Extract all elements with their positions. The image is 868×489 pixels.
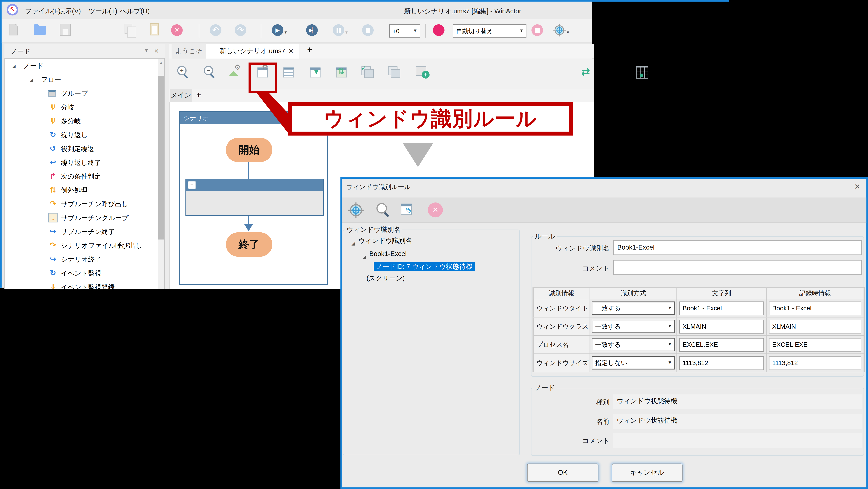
record-mode-select[interactable]: 自動切り替え▼ [453,24,526,38]
end-node[interactable]: 終了 [226,232,272,257]
minimize-icon[interactable]: − [188,181,196,189]
menu-help[interactable]: ヘルプ(H) [120,7,150,16]
stack-windows-icon[interactable] [388,65,402,79]
tree-item-scenario-file-call[interactable]: ↷シナリオファイル呼び出し [5,239,154,253]
target-capture-icon[interactable] [553,24,566,37]
palette-scrollbar[interactable]: ▲ [158,59,164,289]
arrow-down-icon: ▼ [313,67,320,76]
zoom-out-icon[interactable]: − [203,65,217,79]
expander-icon[interactable]: ◢ [351,241,355,246]
speed-select[interactable]: +0▼ [389,24,420,38]
method-select[interactable]: 一致する▼ [592,301,675,315]
add-window-icon[interactable]: + [415,65,430,79]
target-capture-icon[interactable] [348,202,364,218]
rule-name-input[interactable]: Book1-Excel [613,240,862,255]
tree-item-subroutine-call[interactable]: ↷サブルーチン呼び出し [5,197,154,211]
expander-icon[interactable]: ◢ [30,73,33,87]
dialog-close-icon[interactable]: ✕ [854,183,860,191]
target-dropdown-icon[interactable]: ▾ [567,30,569,35]
tree-item-root[interactable]: ◢ウィンドウ識別名 [351,236,412,247]
text-input[interactable]: EXCEL.EXE [679,338,764,352]
tab-scenario-document[interactable]: 新しいシナリオ.ums7 [206,44,299,59]
loop-icon: ↻ [48,130,58,139]
tab-main-sheet[interactable]: メイン [170,89,192,102]
tree-item-loop-end[interactable]: ↩繰り返し終了 [5,156,154,170]
method-select[interactable]: 一致する▼ [592,320,675,333]
panel-menu-icon[interactable]: ▼ [144,48,149,53]
text-input[interactable]: 1113,812 [679,356,764,370]
run-dropdown-icon[interactable]: ▾ [285,30,287,35]
text-input[interactable]: XLMAIN [679,320,764,334]
delete-rule-icon[interactable]: ✕ [428,202,443,217]
property-list-icon[interactable] [282,65,297,79]
tree-item-screen[interactable]: (スクリーン) [366,273,405,283]
start-node[interactable]: 開始 [226,138,272,162]
cancel-button[interactable]: キャンセル [612,464,683,482]
tree-item-subroutine-group[interactable]: ↓サブルーチングループ [5,211,154,225]
rule-comment-input[interactable] [613,260,862,275]
pause-icon[interactable] [333,24,344,36]
paste-icon[interactable] [150,23,159,35]
tree-item-book1-excel[interactable]: ◢Book1-Excel [363,249,407,260]
node-name-label: 名前 [531,417,609,426]
import-icon[interactable]: ▼ [309,65,323,79]
expander-icon[interactable]: ◢ [363,255,366,259]
edit-rule-icon[interactable]: ✎ [400,202,415,218]
export-icon[interactable]: ⇅ [335,65,349,79]
flow-group-node[interactable]: − [185,178,324,216]
undo-icon[interactable]: ↶ [210,24,221,36]
stop-icon[interactable] [362,24,374,36]
tree-item-multi-branch[interactable]: ⋔多分岐 [5,115,154,129]
save-scenario-icon[interactable] [60,24,71,36]
node-palette-panel: ノード ▼ ✕ ◢ノード ◢フロー グループ ⋔分岐 ⋔多分岐 ↻繰り返し ↺後… [4,44,165,289]
tree-item-scenario-end[interactable]: ↪シナリオ終了 [5,253,154,267]
title-bar[interactable]: ↖ ファイル(F) 表示(V) ツール(T) ヘルプ(H) 新しいシナリオ.um… [2,2,592,19]
tree-item-flow[interactable]: ◢フロー [5,73,154,87]
tree-item-loop[interactable]: ↻繰り返し [5,128,154,142]
scroll-up-icon[interactable]: ▲ [159,60,163,65]
tree-item-next-condition[interactable]: ↱次の条件判定 [5,170,154,184]
expander-icon[interactable]: ◢ [12,59,16,73]
tree-item-subroutine-end[interactable]: ↪サブルーチン終了 [5,225,154,239]
method-select[interactable]: 指定しない▼ [592,356,675,370]
swap-icon[interactable]: ⇄ [581,65,596,79]
image-settings-icon[interactable]: ⚙ [229,65,243,79]
ok-button[interactable]: OK [527,464,598,482]
search-icon[interactable] [375,202,391,218]
pointer-triangle-icon [399,143,437,168]
tree-item-node-selected[interactable]: ノードID: 7 ウィンドウ状態待機 [374,261,475,272]
stack-check-icon[interactable]: ✓ [361,65,375,79]
new-scenario-icon[interactable] [9,24,18,35]
record-stop-icon[interactable] [531,24,543,36]
text-input[interactable]: Book1 - Excel [679,301,764,315]
tab-add-icon[interactable]: + [307,45,312,54]
copy-icon[interactable] [125,24,132,34]
delete-icon[interactable]: ✕ [171,24,183,36]
scrollbar-thumb[interactable] [158,76,164,240]
menu-view[interactable]: 表示(V) [59,7,81,16]
open-scenario-icon[interactable] [34,26,46,35]
tree-item-post-judge-loop[interactable]: ↺後判定繰返 [5,142,154,156]
tree-item-node-root[interactable]: ◢ノード [5,59,154,73]
panel-splitter[interactable] [165,44,169,289]
grid-layout-icon[interactable] [636,65,650,79]
sheet-add-icon[interactable]: + [196,90,201,99]
tree-item-exception[interactable]: ⇅例外処理 [5,184,154,197]
tree-item-branch[interactable]: ⋔分岐 [5,101,154,115]
group-node-header[interactable]: − [186,179,323,191]
zoom-in-icon[interactable]: + [176,65,190,79]
step-run-icon[interactable]: ▶▏ [306,24,318,36]
redo-icon[interactable]: ↷ [235,24,246,36]
panel-close-icon[interactable]: ✕ [154,48,159,55]
tab-welcome[interactable]: ようこそ [172,44,206,59]
menu-tools[interactable]: ツール(T) [89,7,117,16]
tree-item-event-watch-register[interactable]: ⇩イベント監視登録 [5,281,154,294]
tree-item-group[interactable]: グループ [5,87,154,101]
record-icon[interactable] [433,24,444,36]
tab-close-icon[interactable]: ✕ [288,44,293,59]
tree-item-event-watch[interactable]: ↻イベント監視 [5,267,154,281]
menu-file[interactable]: ファイル(F) [25,7,61,16]
rule-name-label: ウィンドウ識別名 [531,244,609,253]
method-select[interactable]: 一致する▼ [592,338,675,351]
run-icon[interactable]: ▶ [272,24,283,36]
